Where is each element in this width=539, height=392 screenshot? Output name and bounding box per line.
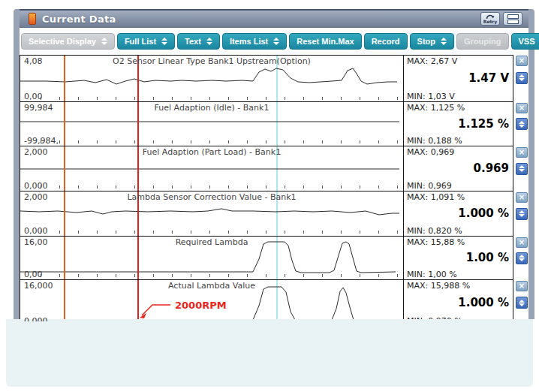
toolbar-button-label: Record bbox=[372, 37, 400, 46]
retry-label: Retry bbox=[483, 20, 497, 24]
scale-min-label: 0,00 bbox=[24, 92, 43, 101]
chart-title: Fuel Adaption (Part Load) - Bank1 bbox=[20, 147, 403, 157]
max-value-label: MAX: 0,969 bbox=[407, 147, 454, 157]
min-value-label: MIN: 1,03 V bbox=[407, 92, 455, 101]
row-controls: × bbox=[513, 102, 528, 146]
chart-title: Lambda Sensor Correction Value - Bank1 bbox=[20, 192, 403, 202]
close-row-button[interactable]: × bbox=[516, 56, 528, 66]
min-value-label: MIN: 0,188 % bbox=[407, 136, 462, 146]
scroll-updown-button[interactable] bbox=[516, 163, 528, 175]
chart-row: 16,000 Actual Lambda Value 0,000 2000RPM… bbox=[20, 280, 528, 321]
toolbar-button-label: Grouping bbox=[464, 37, 501, 46]
toolbar-button-label: Reset Min.Max bbox=[297, 37, 354, 46]
app-icon bbox=[29, 13, 36, 25]
row-controls: × bbox=[513, 55, 528, 102]
row-controls: × bbox=[513, 280, 528, 321]
value-panel: MAX: 1,125 % 1.125 % MIN: 0,188 % bbox=[404, 102, 513, 146]
value-panel: MAX: 2,67 V 1.47 V MIN: 1,03 V bbox=[404, 55, 513, 102]
toolbar-button-label: Text bbox=[185, 37, 201, 46]
toolbar: Selective Display Full List Text Items L… bbox=[20, 28, 528, 55]
row-controls: × bbox=[513, 146, 528, 191]
waveform bbox=[20, 68, 397, 84]
updown-arrows-icon bbox=[161, 38, 167, 45]
chart-plot: 99,984 Fuel Adaption (Idle) - Bank1 -99,… bbox=[20, 102, 404, 146]
max-value-label: MAX: 1,091 % bbox=[407, 192, 465, 202]
current-value: 1.47 V bbox=[468, 71, 509, 85]
chart-title: Fuel Adaption (Idle) - Bank1 bbox=[20, 103, 403, 113]
toolbar-button-stop[interactable]: Stop bbox=[410, 33, 454, 50]
scale-min-label: 0,00 bbox=[24, 270, 43, 279]
toolbar-button-record[interactable]: Record bbox=[364, 33, 408, 50]
value-panel: MAX: 15,988 % 1.000 % MIN: 0,970 % bbox=[404, 280, 513, 321]
chart-title: O2 Sensor Linear Type Bank1 Upstream(Opt… bbox=[20, 56, 403, 66]
scroll-updown-button[interactable] bbox=[516, 252, 528, 264]
toolbar-button-grouping[interactable]: Grouping bbox=[456, 33, 509, 50]
scroll-updown-button[interactable] bbox=[516, 118, 528, 130]
updown-arrows-icon bbox=[273, 38, 279, 45]
scale-min-label: 0,000 bbox=[24, 226, 48, 236]
value-panel: MAX: 0,969 0.969 MIN: 0,969 bbox=[404, 146, 513, 191]
rpm-annotation-label: 2000RPM bbox=[175, 300, 227, 311]
min-value-label: MIN: 0,969 bbox=[407, 181, 452, 191]
scale-min-label: 0,000 bbox=[24, 316, 48, 321]
title-bar: Current Data Retry bbox=[20, 9, 528, 28]
scroll-updown-button[interactable] bbox=[516, 208, 528, 220]
current-value: 0.969 bbox=[474, 161, 509, 175]
updown-arrows-icon bbox=[441, 38, 447, 45]
window-title: Current Data bbox=[42, 14, 116, 25]
chart-plot: 16,000 Actual Lambda Value 0,000 2000RPM bbox=[20, 280, 404, 321]
chart-row: 2,000 Fuel Adaption (Part Load) - Bank1 … bbox=[20, 146, 528, 191]
row-controls: × bbox=[513, 191, 528, 237]
max-value-label: MAX: 15,88 % bbox=[407, 237, 465, 247]
close-row-button[interactable]: × bbox=[516, 237, 528, 248]
toolbar-button-label: Items List bbox=[230, 37, 268, 46]
charts-area: 4,08 O2 Sensor Linear Type Bank1 Upstrea… bbox=[20, 55, 528, 321]
max-value-label: MAX: 2,67 V bbox=[407, 56, 457, 66]
close-row-button[interactable]: × bbox=[516, 192, 528, 203]
min-value-label: MIN: 1,00 % bbox=[407, 270, 457, 279]
rpm-annotation-line bbox=[142, 305, 170, 315]
chart-title: Required Lambda bbox=[20, 237, 403, 247]
toolbar-button-vss[interactable]: VSS bbox=[511, 33, 539, 50]
chart-row: 4,08 O2 Sensor Linear Type Bank1 Upstrea… bbox=[20, 55, 528, 102]
toolbar-button-full-list[interactable]: Full List bbox=[117, 33, 175, 50]
scale-min-label: 0,000 bbox=[24, 181, 48, 191]
toolbar-button-reset-min-max[interactable]: Reset Min.Max bbox=[289, 33, 361, 50]
chart-plot: 2,000 Fuel Adaption (Part Load) - Bank1 … bbox=[20, 146, 404, 191]
value-panel: MAX: 1,091 % 1.000 % MIN: 0,820 % bbox=[404, 191, 513, 237]
chart-row: 16,00 Required Lambda 0,00 MAX: 15,88 % … bbox=[20, 237, 528, 280]
row-controls: × bbox=[513, 237, 528, 280]
max-value-label: MAX: 1,125 % bbox=[407, 103, 465, 113]
scroll-updown-button[interactable] bbox=[516, 72, 528, 84]
toolbar-button-items-list[interactable]: Items List bbox=[222, 33, 287, 50]
split-view-icon bbox=[507, 14, 519, 24]
chart-plot: 16,00 Required Lambda 0,00 bbox=[20, 237, 404, 280]
close-row-button[interactable]: × bbox=[516, 103, 528, 113]
close-row-button[interactable]: × bbox=[516, 281, 528, 291]
toolbar-button-text[interactable]: Text bbox=[177, 33, 220, 50]
updown-arrows-icon bbox=[206, 38, 212, 45]
chart-title: Actual Lambda Value bbox=[20, 281, 403, 291]
updown-arrows-icon bbox=[101, 38, 107, 45]
toolbar-button-label: VSS bbox=[519, 37, 535, 46]
scroll-updown-button[interactable] bbox=[516, 297, 528, 309]
value-panel: MAX: 15,88 % 1.00 % MIN: 1,00 % bbox=[404, 237, 513, 280]
current-value: 1.125 % bbox=[458, 117, 509, 131]
layout-toggle-button[interactable] bbox=[503, 12, 522, 26]
current-data-window: Current Data Retry Selective Display Ful… bbox=[14, 9, 534, 319]
current-value: 1.000 % bbox=[458, 207, 509, 220]
close-row-button[interactable]: × bbox=[516, 147, 528, 158]
toolbar-button-selective-display[interactable]: Selective Display bbox=[21, 33, 115, 50]
scale-min-label: -99,984, bbox=[24, 136, 59, 146]
current-value: 1.00 % bbox=[466, 251, 509, 264]
bottom-panel-background bbox=[6, 319, 533, 387]
toolbar-button-label: Stop bbox=[417, 37, 435, 46]
waveform bbox=[20, 209, 399, 215]
retry-button[interactable]: Retry bbox=[480, 12, 500, 26]
min-value-label: MIN: 0,820 % bbox=[407, 226, 462, 236]
chart-row: 2,000 Lambda Sensor Correction Value - B… bbox=[20, 191, 528, 237]
current-value: 1.000 % bbox=[458, 296, 509, 309]
chart-row: 99,984 Fuel Adaption (Idle) - Bank1 -99,… bbox=[20, 102, 528, 146]
max-value-label: MAX: 15,988 % bbox=[407, 281, 470, 291]
toolbar-button-label: Full List bbox=[125, 37, 156, 46]
